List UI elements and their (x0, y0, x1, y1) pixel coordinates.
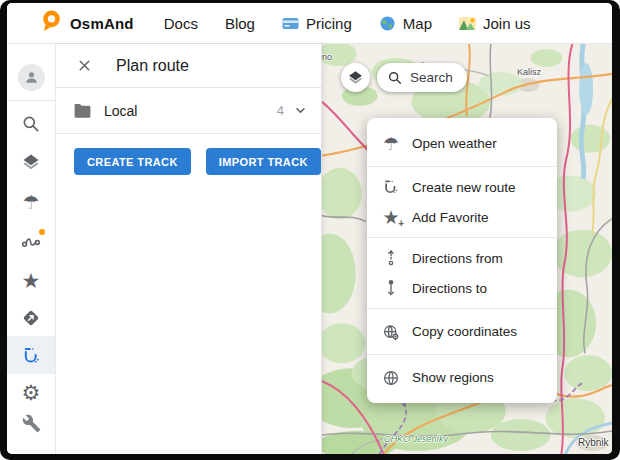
menu-item-label: Create new route (412, 180, 516, 195)
search-icon (387, 70, 403, 86)
layers-icon (21, 152, 41, 172)
sidebar-item-tools[interactable] (7, 404, 55, 442)
nav-link-label: Blog (225, 15, 255, 32)
menu-item-directions-to[interactable]: Directions to (367, 273, 557, 303)
create-track-button[interactable]: CREATE TRACK (74, 148, 191, 175)
directions-from-icon (381, 248, 401, 268)
nav-link-blog[interactable]: Blog (225, 15, 255, 32)
track-buttons-row: CREATE TRACK IMPORT TRACK (74, 148, 321, 175)
chevron-down-icon[interactable] (292, 102, 309, 119)
nav-link-map[interactable]: Map (379, 15, 432, 32)
nav-link-docs[interactable]: Docs (164, 15, 198, 32)
layers-icon (347, 69, 364, 86)
gear-icon: ⚙ (22, 382, 41, 403)
star-icon: ★ (22, 270, 41, 291)
search-label: Search (410, 70, 453, 85)
map-search-button[interactable]: Search (377, 63, 467, 92)
menu-item-open-weather[interactable]: ☂ Open weather (367, 126, 557, 161)
sidebar-item-layers[interactable] (7, 143, 55, 181)
sidebar-divider (7, 100, 55, 101)
menu-item-directions-from[interactable]: Directions from (367, 243, 557, 273)
navigation-icon (21, 308, 41, 328)
local-folder-row[interactable]: Local 4 (56, 88, 321, 134)
menu-item-show-regions[interactable]: Show regions (367, 360, 557, 395)
content-area: ☂ ★ ⚙ (7, 44, 612, 454)
map-context-menu: ☂ Open weather Create new route ★ (367, 118, 557, 403)
plan-route-icon (381, 177, 401, 197)
account-avatar-icon (18, 64, 45, 91)
sidebar-item-weather[interactable]: ☂ (7, 183, 55, 221)
nav-link-label: Docs (164, 15, 198, 32)
map-area[interactable]: Kalisz no CHKO Jeseníky Rybnik Search ☂ … (322, 44, 612, 454)
brand-name: OsmAnd (70, 15, 134, 32)
app-window: OsmAnd Docs Blog Pricing Map Join us (7, 3, 612, 454)
menu-item-label: Show regions (412, 370, 494, 385)
wrench-icon (22, 414, 41, 433)
nav-link-join-us[interactable]: Join us (459, 15, 531, 32)
plan-route-panel: Plan route Local 4 CREATE TRACK IMPORT T… (56, 44, 322, 454)
map-label-kalisz: Kalisz (517, 67, 541, 77)
map-label-chko-jeseniky: CHKO Jeseníky (384, 434, 448, 444)
menu-item-add-favorite[interactable]: ★ + Add Favorite (367, 202, 557, 232)
left-sidebar: ☂ ★ ⚙ (7, 44, 56, 454)
folder-name: Local (104, 103, 137, 119)
map-label-rybnik: Rybnik (578, 437, 609, 448)
nav-link-label: Map (403, 15, 432, 32)
sidebar-item-plan-route[interactable] (7, 336, 55, 374)
umbrella-icon: ☂ (381, 134, 401, 154)
nav-link-label: Join us (483, 15, 531, 32)
nav-link-label: Pricing (306, 15, 352, 32)
globe-pin-icon (381, 322, 401, 342)
track-icon (20, 231, 42, 253)
menu-item-label: Copy coordinates (412, 324, 517, 339)
menu-item-label: Open weather (412, 136, 497, 151)
map-layers-button[interactable] (341, 63, 370, 92)
sidebar-item-tracks[interactable] (7, 223, 55, 261)
window-frame: OsmAnd Docs Blog Pricing Map Join us (0, 0, 620, 460)
panel-header: Plan route (56, 44, 321, 88)
map-label-clipped-town: no (322, 52, 332, 62)
sidebar-item-search[interactable] (7, 105, 55, 143)
brand[interactable]: OsmAnd (41, 9, 134, 37)
umbrella-icon: ☂ (22, 193, 39, 212)
globe-icon (379, 17, 396, 30)
close-icon[interactable] (72, 54, 96, 78)
import-track-button[interactable]: IMPORT TRACK (206, 148, 321, 175)
sidebar-item-favorites[interactable]: ★ (7, 261, 55, 299)
sidebar-item-navigation[interactable] (7, 299, 55, 337)
panel-title: Plan route (116, 57, 189, 75)
plan-route-icon (21, 345, 42, 366)
notification-dot (39, 229, 45, 235)
sidebar-item-account[interactable] (7, 58, 55, 96)
directions-to-icon (381, 278, 401, 298)
menu-item-label: Directions to (412, 281, 487, 296)
star-plus-icon: ★ + (381, 207, 401, 227)
credit-card-icon (282, 17, 299, 30)
top-navbar: OsmAnd Docs Blog Pricing Map Join us (7, 3, 612, 44)
search-icon (21, 114, 41, 134)
menu-item-label: Add Favorite (412, 210, 489, 225)
folder-icon (73, 103, 92, 119)
menu-item-copy-coordinates[interactable]: Copy coordinates (367, 314, 557, 349)
menu-item-create-new-route[interactable]: Create new route (367, 172, 557, 202)
park-icon (459, 17, 476, 30)
folder-count: 4 (277, 103, 284, 118)
menu-item-label: Directions from (412, 251, 503, 266)
nav-link-pricing[interactable]: Pricing (282, 15, 352, 32)
osmand-logo-icon (41, 9, 62, 37)
globe-grid-icon (381, 368, 401, 388)
